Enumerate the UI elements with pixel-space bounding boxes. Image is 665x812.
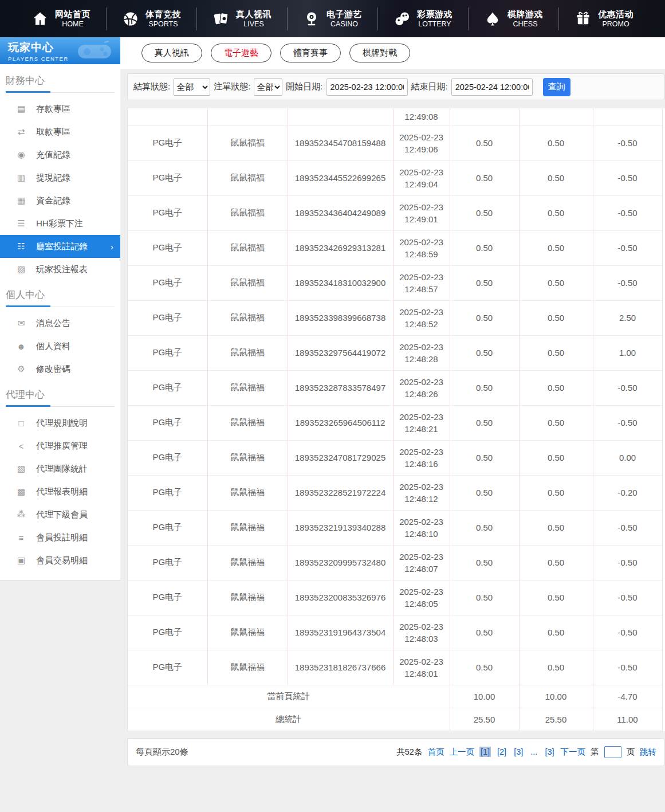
game-cell: 鼠鼠福福 bbox=[207, 300, 288, 335]
tab-sports-events[interactable]: 體育賽事 bbox=[280, 44, 341, 62]
bet-datetime-cell: 2025-02-23 12:48:16 bbox=[393, 440, 450, 475]
group-divider bbox=[6, 91, 115, 93]
gift-icon bbox=[575, 10, 592, 28]
roulette-icon bbox=[303, 10, 320, 28]
sidebar-item-change-password[interactable]: ⚙ 修改密碼 bbox=[0, 358, 120, 380]
sidebar-item-label: 代理下級會員 bbox=[36, 509, 88, 520]
bet-datetime-cell: 2025-02-23 12:49:06 bbox=[393, 125, 450, 160]
sidebar-item-agent-promo[interactable]: < 代理推廣管理 bbox=[0, 434, 120, 457]
summary-profit-cell: 11.00 bbox=[593, 708, 662, 731]
provider-cell: PG电子 bbox=[128, 230, 207, 265]
bet-datetime-cell: 2025-02-23 12:48:10 bbox=[393, 510, 450, 545]
sidebar-item-label: HH彩票下注 bbox=[36, 218, 83, 229]
tab-chess-battle[interactable]: 棋牌對戰 bbox=[349, 44, 410, 62]
sidebar-item-deposit-area[interactable]: ▤ 存款專區 bbox=[0, 97, 120, 120]
sidebar-item-player-bet-report[interactable]: ▨ 玩家投注報表 bbox=[0, 258, 120, 281]
sidebar-item-agent-sub-members[interactable]: ⁂ 代理下級會員 bbox=[0, 503, 120, 526]
wallet-icon: ▥ bbox=[16, 172, 26, 183]
nav-subtitle: CASINO bbox=[326, 19, 362, 29]
game-cell: 鼠鼠福福 bbox=[207, 335, 288, 370]
users-icon: ⁂ bbox=[16, 509, 26, 520]
home-icon bbox=[32, 10, 49, 28]
top-navigation: 网站首页HOME 体育竞技SPORTS 真人视讯LIVES 电子游艺CASINO… bbox=[0, 0, 665, 37]
sidebar-item-funds-record[interactable]: ▦ 資金記錄 bbox=[0, 189, 120, 212]
person-icon: ☻ bbox=[16, 342, 26, 351]
prev-page-link[interactable]: 上一页 bbox=[449, 747, 474, 758]
total-count-label: 共52条 bbox=[396, 747, 422, 758]
order-status-label: 注單狀態: bbox=[214, 81, 250, 92]
nav-title: 棋牌游戏 bbox=[507, 9, 543, 20]
end-date-input[interactable] bbox=[451, 79, 533, 96]
valid-amount-cell: 0.50 bbox=[519, 510, 593, 545]
order-status-select[interactable]: 全部 bbox=[254, 79, 282, 96]
nav-item-home[interactable]: 网站首页HOME bbox=[16, 9, 106, 29]
jump-page-input[interactable] bbox=[604, 746, 621, 758]
jump-button[interactable]: 跳转 bbox=[640, 747, 656, 758]
table-row: PG电子 鼠鼠福福 1893523247081729025 2025-02-23… bbox=[128, 440, 662, 475]
bet-id-cell: 1893523287833578497 bbox=[288, 370, 393, 405]
sidebar-item-agent-rules[interactable]: □ 代理規則說明 bbox=[0, 411, 120, 434]
sidebar-item-agent-team-stats[interactable]: ▧ 代理團隊統計 bbox=[0, 457, 120, 480]
sidebar-item-hh-lottery-bet[interactable]: ☰ HH彩票下注 bbox=[0, 212, 120, 235]
filter-bar: 結算狀態: 全部 注單狀態: 全部 開始日期: 結束日期: 查詢 bbox=[127, 73, 665, 100]
nav-item-casino[interactable]: 电子游艺CASINO bbox=[288, 9, 377, 29]
sidebar-item-agent-report-detail[interactable]: ▩ 代理報表明細 bbox=[0, 480, 120, 503]
gamepad-icon bbox=[76, 40, 113, 62]
provider-cell: PG电子 bbox=[128, 580, 207, 615]
summary-valid-cell: 10.00 bbox=[519, 685, 593, 708]
bet-amount-cell: 0.50 bbox=[450, 195, 519, 230]
bet-id-cell: 1893523228521972224 bbox=[288, 475, 393, 510]
sidebar-item-room-bet-record[interactable]: ☷ 廳室投註記錄 › bbox=[0, 235, 120, 258]
sidebar-item-member-bet-detail[interactable]: ≡ 會員投註明細 bbox=[0, 526, 120, 549]
sidebar-item-announcements[interactable]: ✉ 消息公告 bbox=[0, 312, 120, 335]
start-date-input[interactable] bbox=[326, 79, 408, 96]
bet-datetime-cell: 2025-02-23 12:48:28 bbox=[393, 335, 450, 370]
tab-live-video[interactable]: 真人視訊 bbox=[141, 44, 202, 62]
withdraw-hand-icon: ⇄ bbox=[16, 127, 26, 137]
tab-e-games[interactable]: 電子遊藝 bbox=[211, 44, 271, 62]
nav-item-promo[interactable]: 优惠活动PROMO bbox=[559, 9, 649, 29]
nav-item-lives[interactable]: 真人视讯LIVES bbox=[197, 9, 287, 29]
first-page-link[interactable]: 首页 bbox=[427, 747, 444, 758]
search-button[interactable]: 查詢 bbox=[543, 78, 570, 96]
bet-datetime-cell: 2025-02-23 12:49:01 bbox=[393, 195, 450, 230]
profit-cell: -0.50 bbox=[593, 580, 662, 615]
summary-valid-cell: 25.50 bbox=[519, 708, 593, 731]
valid-amount-cell: 0.50 bbox=[519, 125, 593, 160]
nav-item-chess[interactable]: 棋牌游戏CHESS bbox=[469, 9, 558, 29]
table-row: PG电子 鼠鼠福福 1893523209995732480 2025-02-23… bbox=[128, 545, 662, 580]
page-link[interactable]: [1] bbox=[479, 747, 491, 757]
sidebar-item-withdraw-record[interactable]: ▥ 提現記錄 bbox=[0, 166, 120, 189]
bet-records-panel: 12:49:08 PG电子 鼠鼠福福 1893523454708159488 2… bbox=[127, 108, 665, 731]
bet-amount-cell: 0.50 bbox=[450, 125, 519, 160]
page-link[interactable]: ... bbox=[529, 747, 538, 757]
nav-item-lottery[interactable]: 彩票游戏LOTTERY bbox=[378, 9, 468, 29]
bet-datetime-cell: 2025-02-23 12:48:52 bbox=[393, 300, 450, 335]
bet-id-cell: 1893523418310032900 bbox=[288, 265, 393, 300]
sidebar-item-member-trade-detail[interactable]: ▣ 會員交易明細 bbox=[0, 549, 120, 572]
nav-item-sports[interactable]: 体育竞技SPORTS bbox=[107, 9, 196, 29]
sidebar-item-label: 充值記錄 bbox=[36, 150, 70, 160]
bet-id-cell: 1893523398399668738 bbox=[288, 300, 393, 335]
game-cell: 鼠鼠福福 bbox=[207, 545, 288, 580]
valid-amount-cell: 0.50 bbox=[519, 335, 593, 370]
sidebar-item-withdraw-area[interactable]: ⇄ 取款專區 bbox=[0, 120, 120, 143]
page-link[interactable]: [3] bbox=[544, 747, 555, 757]
main-content: 真人視訊電子遊藝體育賽事棋牌對戰 結算狀態: 全部 注單狀態: 全部 開始日期:… bbox=[120, 37, 665, 812]
bet-amount-cell: 0.50 bbox=[450, 265, 519, 300]
money-bag-icon: ◉ bbox=[16, 150, 26, 160]
valid-amount-cell: 0.50 bbox=[519, 300, 593, 335]
page-link[interactable]: [3] bbox=[513, 747, 524, 757]
sidebar-item-label: 玩家投注報表 bbox=[36, 264, 88, 275]
next-page-link[interactable]: 下一页 bbox=[561, 747, 586, 758]
page-link[interactable]: [2] bbox=[496, 747, 507, 757]
sidebar-item-recharge-record[interactable]: ◉ 充值記錄 bbox=[0, 143, 120, 166]
nav-subtitle: PROMO bbox=[598, 19, 633, 29]
sidebar-item-label: 代理報表明細 bbox=[36, 487, 88, 497]
game-cell: 鼠鼠福福 bbox=[207, 650, 288, 685]
gear-icon: ⚙ bbox=[16, 364, 26, 374]
settle-status-select[interactable]: 全部 bbox=[174, 79, 210, 96]
purse-icon: ▦ bbox=[16, 195, 26, 206]
game-cell: 鼠鼠福福 bbox=[207, 195, 288, 230]
sidebar-item-profile[interactable]: ☻ 個人資料 bbox=[0, 335, 120, 358]
